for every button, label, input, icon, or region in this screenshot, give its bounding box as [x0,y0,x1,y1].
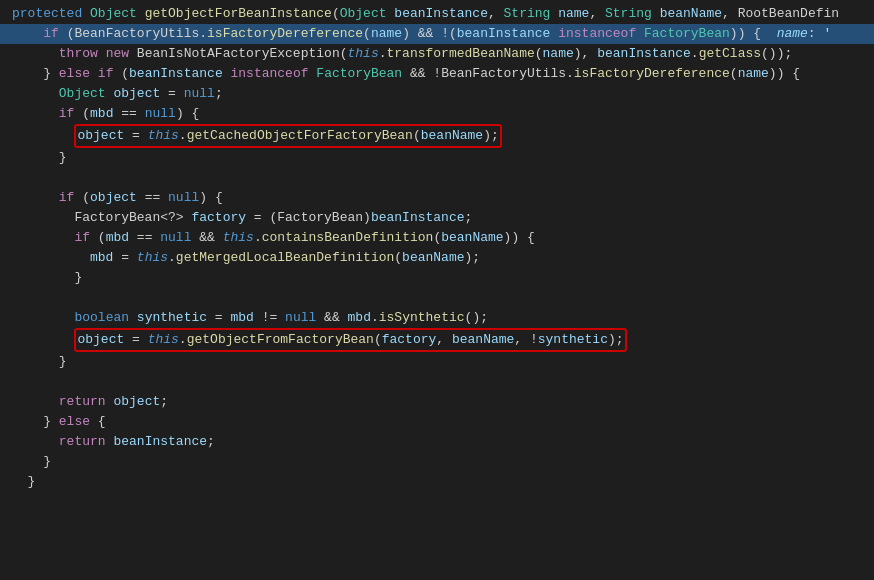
code-viewer: protected Object getObjectForBeanInstanc… [0,0,874,496]
code-line-12: if (mbd == null && this.containsBeanDefi… [0,228,874,248]
code-line-21: } else { [0,412,874,432]
code-line-5: Object object = null; [0,84,874,104]
code-line-14: } [0,268,874,288]
code-line-15 [0,288,874,308]
code-line-18: } [0,352,874,372]
code-line-3: throw new BeanIsNotAFactoryException(thi… [0,44,874,64]
code-line-4: } else if (beanInstance instanceof Facto… [0,64,874,84]
code-line-11: FactoryBean<?> factory = (FactoryBean)be… [0,208,874,228]
code-line-24: } [0,472,874,492]
code-line-8: } [0,148,874,168]
code-line-1: protected Object getObjectForBeanInstanc… [0,4,874,24]
code-line-19 [0,372,874,392]
code-line-13: mbd = this.getMergedLocalBeanDefinition(… [0,248,874,268]
code-line-20: return object; [0,392,874,412]
code-line-7: object = this.getCachedObjectForFactoryB… [0,124,874,148]
code-line-22: return beanInstance; [0,432,874,452]
code-line-16: boolean synthetic = mbd != null && mbd.i… [0,308,874,328]
code-line-2: if (BeanFactoryUtils.isFactoryDereferenc… [0,24,874,44]
boxed-line-7: object = this.getCachedObjectForFactoryB… [74,124,501,148]
code-line-9 [0,168,874,188]
code-line-6: if (mbd == null) { [0,104,874,124]
boxed-line-17: object = this.getObjectFromFactoryBean(f… [74,328,626,352]
code-line-17: object = this.getObjectFromFactoryBean(f… [0,328,874,352]
code-line-10: if (object == null) { [0,188,874,208]
code-line-23: } [0,452,874,472]
